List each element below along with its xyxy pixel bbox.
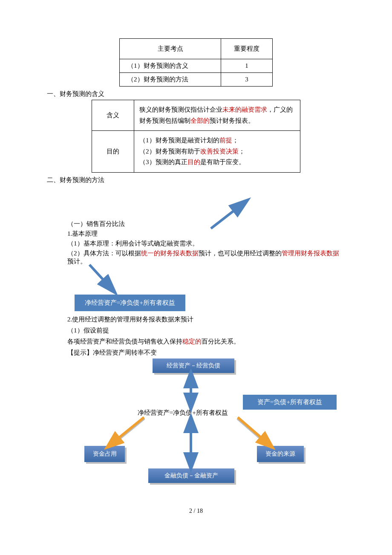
section-2-sub2-block: 2.使用经过调整的管理用财务报表数据来预计 （1）假设前提 各项经营资产和经营负… [67,314,345,358]
assumption-title: （1）假设前提 [67,325,345,336]
arrow-down-icon [89,265,119,295]
col-header-keypoint: 主要考点 [120,39,221,59]
tip-line: 【提示】净经营资产周转率不变 [67,347,345,358]
page-number: 2 / 18 [47,508,345,515]
cell-level: 1 [221,59,273,73]
svg-line-7 [110,417,144,445]
purpose-body: （1）财务预测是融资计划的前提； （2）财务预测有助于改善投资决策； （3）预测… [134,131,300,173]
table-row: 含义 狭义的财务预测仅指估计企业未来的融资需求，广义的财务预测包括编制全部的预计… [92,100,300,131]
equation-box-bottom: 净经营资产=净负债+所有者权益 [75,295,185,311]
key-points-table: 主要考点 重要程度 （1）财务预测的含义 1 （2）财务预测的方法 3 [119,38,273,87]
equation-callout-area: 资产=负债+所有者权益 （一）销售百分比法 1.基本原理 （1）基本原理：利用会… [47,186,345,314]
meaning-table: 含义 狭义的财务预测仅指估计企业未来的融资需求，广义的财务预测包括编制全部的预计… [92,100,300,173]
table-row: 目的 （1）财务预测是融资计划的前提； （2）财务预测有助于改善投资决策； （3… [92,131,300,173]
svg-line-9 [238,417,270,445]
cell-keypoint: （2）财务预测的方法 [120,73,221,87]
col-header-importance: 重要程度 [221,39,273,59]
cell-level: 3 [221,73,273,87]
purpose-label: 目的 [92,131,134,173]
table-row: （2）财务预测的方法 3 [120,73,273,87]
svg-line-1 [89,265,113,290]
funds-diagram: 经营资产－经营负债 净经营资产=净负债+所有者权益 资金占用 资金的来源 金融负… [67,358,345,495]
line-method: （2）具体方法：可以根据统一的财务报表数据预计，也可以使用经过调整的管理用财务报… [67,249,345,266]
section-2-title: 二、财务预测的方法 [47,176,345,184]
meaning-body: 狭义的财务预测仅指估计企业未来的融资需求，广义的财务预测包括编制全部的预计财务报… [134,100,300,131]
subsection-1-2: 2.使用经过调整的管理用财务报表数据来预计 [67,314,345,325]
meaning-label: 含义 [92,100,134,131]
section-1-title: 一、财务预测的含义 [47,90,345,98]
line-principle: （1）基本原理：利用会计等式确定融资需求。 [67,240,345,248]
subsection-1: （一）销售百分比法 [67,220,345,228]
diagram-arrows [67,358,323,486]
table-row: （1）财务预测的含义 1 [120,59,273,73]
subsection-1-1: 1.基本原理 [67,230,345,238]
assumption-line: 各项经营资产和经营负债与销售收入保持稳定的百分比关系。 [67,336,345,347]
cell-keypoint: （1）财务预测的含义 [120,59,221,73]
